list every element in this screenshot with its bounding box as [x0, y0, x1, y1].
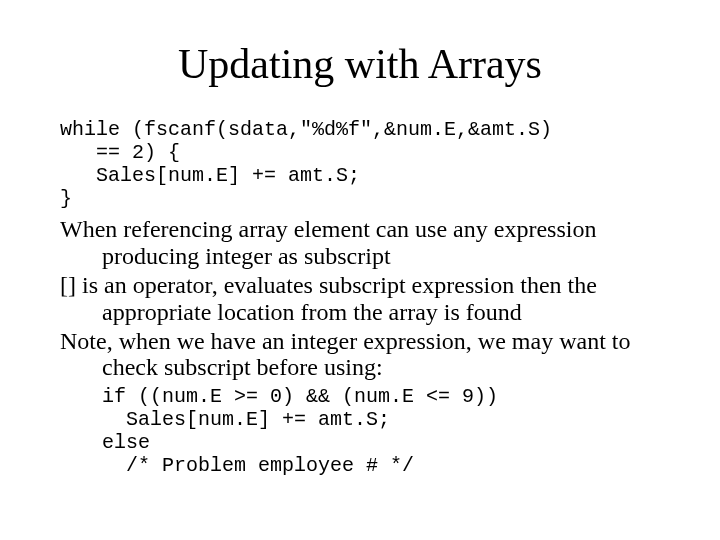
code-line: while (fscanf(sdata,"%d%f",&num.E,&amt.S…: [60, 118, 552, 141]
slide: Updating with Arrays while (fscanf(sdata…: [0, 0, 720, 540]
code-line: }: [60, 187, 72, 210]
code-block-2: if ((num.E >= 0) && (num.E <= 9)) Sales[…: [102, 385, 660, 477]
paragraph-3: Note, when we have an integer expression…: [60, 328, 660, 382]
code-line: /* Problem employee # */: [102, 454, 414, 477]
code-line: Sales[num.E] += amt.S;: [60, 164, 360, 187]
code-line: else: [102, 431, 150, 454]
slide-title: Updating with Arrays: [60, 40, 660, 88]
paragraph-1: When referencing array element can use a…: [60, 216, 660, 270]
paragraph-2: [] is an operator, evaluates subscript e…: [60, 272, 660, 326]
code-line: if ((num.E >= 0) && (num.E <= 9)): [102, 385, 498, 408]
code-line: Sales[num.E] += amt.S;: [102, 408, 390, 431]
code-block-1: while (fscanf(sdata,"%d%f",&num.E,&amt.S…: [60, 118, 660, 210]
code-line: == 2) {: [60, 141, 180, 164]
